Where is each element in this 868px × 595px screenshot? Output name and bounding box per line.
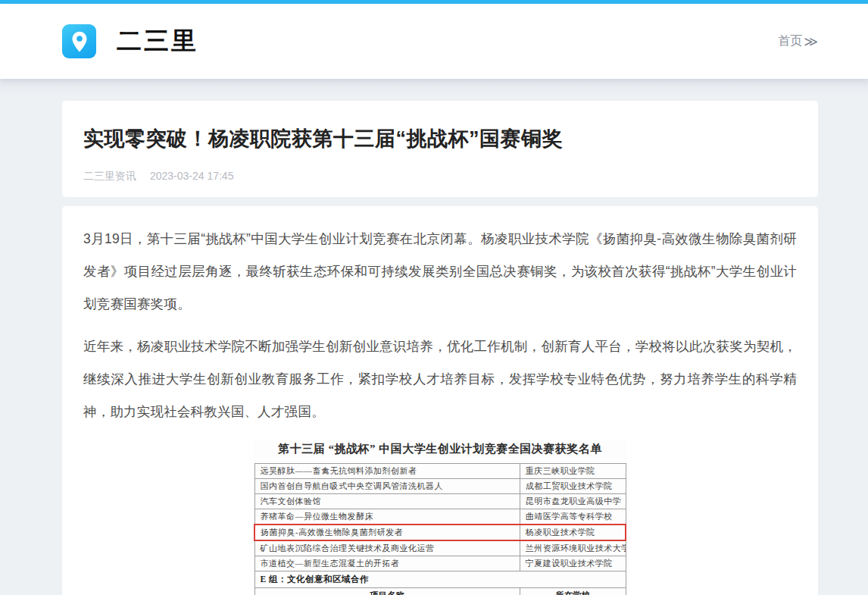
article-content-card: 3月19日，第十三届“挑战杯”中国大学生创业计划竞赛在北京闭幕。杨凌职业技术学院… xyxy=(62,206,818,595)
page-body: 实现零突破！杨凌职院获第十三届“挑战杯”国赛铜奖 二三里资讯 2023-03-2… xyxy=(0,79,868,595)
project-cell: 矿山地表沉陷综合治理关键技术及商业化运营 xyxy=(254,540,520,556)
school-cell: 昆明市盘龙职业高级中学 xyxy=(520,494,626,509)
article-paragraph-1: 3月19日，第十三届“挑战杯”中国大学生创业计划竞赛在北京闭幕。杨凌职业技术学院… xyxy=(83,223,797,321)
project-cell: 养猪革命—异位微生物发酵床 xyxy=(254,509,520,525)
award-row: 市道植交—新型生态混凝土的开拓者 宁夏建设职业技术学院 xyxy=(254,556,626,572)
double-chevron-icon: ≫ xyxy=(804,33,818,50)
school-cell: 宁夏建设职业技术学院 xyxy=(520,556,626,572)
column-header-project: 项目名称 xyxy=(254,588,520,595)
home-link[interactable]: 首页 ≫ xyxy=(778,33,818,50)
award-row-highlighted: 扬菌抑臭-高效微生物除臭菌剂研发者 杨凌职业技术学院 xyxy=(254,525,626,540)
award-row: 汽车文创体验馆 昆明市盘龙职业高级中学 xyxy=(254,494,626,509)
school-cell: 曲靖医学高等专科学校 xyxy=(520,509,626,525)
home-link-label: 首页 xyxy=(778,33,802,49)
project-cell: 汽车文创体验馆 xyxy=(254,494,520,509)
project-cell: 市道植交—新型生态混凝土的开拓者 xyxy=(254,556,520,572)
article-title-card: 实现零突破！杨凌职院获第十三届“挑战杯”国赛铜奖 二三里资讯 2023-03-2… xyxy=(62,101,818,197)
school-cell: 兰州资源环境职业技术大学 xyxy=(520,540,626,556)
award-row: 养猪革命—异位微生物发酵床 曲靖医学高等专科学校 xyxy=(254,509,626,525)
award-section-row: E 组：文化创意和区域合作 xyxy=(254,572,626,588)
section-header-cell: E 组：文化创意和区域合作 xyxy=(254,572,626,588)
location-pin-icon xyxy=(67,29,92,55)
brand-title[interactable]: 二三里 xyxy=(117,24,198,58)
award-table: 远昊醇肽——畜禽无抗饲料添加剂创新者 重庆三峡职业学院 国内首创自导航自吸式中央… xyxy=(254,463,626,595)
article-date: 2023-03-24 17:45 xyxy=(150,170,234,182)
article-title: 实现零突破！杨凌职院获第十三届“挑战杯”国赛铜奖 xyxy=(83,125,797,152)
article-paragraph-2: 近年来，杨凌职业技术学院不断加强学生创新创业意识培养，优化工作机制，创新育人平台… xyxy=(83,330,797,428)
column-header-school: 所在学校 xyxy=(520,588,626,595)
award-row: 矿山地表沉陷综合治理关键技术及商业化运营 兰州资源环境职业技术大学 xyxy=(254,540,626,556)
award-row: 国内首创自导航自吸式中央空调风管清洗机器人 成都工贸职业技术学院 xyxy=(254,479,626,494)
article-meta: 二三里资讯 2023-03-24 17:45 xyxy=(83,170,797,183)
school-cell: 杨凌职业技术学院 xyxy=(520,525,626,540)
award-header-row: 项目名称 所在学校 xyxy=(254,588,626,595)
brand-logo[interactable] xyxy=(62,24,96,58)
site-header: 二三里 首页 ≫ xyxy=(0,4,868,79)
project-cell: 国内首创自导航自吸式中央空调风管清洗机器人 xyxy=(254,479,520,494)
award-list-image[interactable]: 第十三届 “挑战杯” 中国大学生创业计划竞赛全国决赛获奖名单 远昊醇肽——畜禽无… xyxy=(254,440,626,595)
school-cell: 重庆三峡职业学院 xyxy=(520,464,626,479)
award-list-title: 第十三届 “挑战杯” 中国大学生创业计划竞赛全国决赛获奖名单 xyxy=(254,440,626,463)
project-cell: 远昊醇肽——畜禽无抗饲料添加剂创新者 xyxy=(254,464,520,479)
article-source: 二三里资讯 xyxy=(83,170,136,182)
award-row: 远昊醇肽——畜禽无抗饲料添加剂创新者 重庆三峡职业学院 xyxy=(254,464,626,479)
school-cell: 成都工贸职业技术学院 xyxy=(520,479,626,494)
project-cell: 扬菌抑臭-高效微生物除臭菌剂研发者 xyxy=(254,525,520,540)
